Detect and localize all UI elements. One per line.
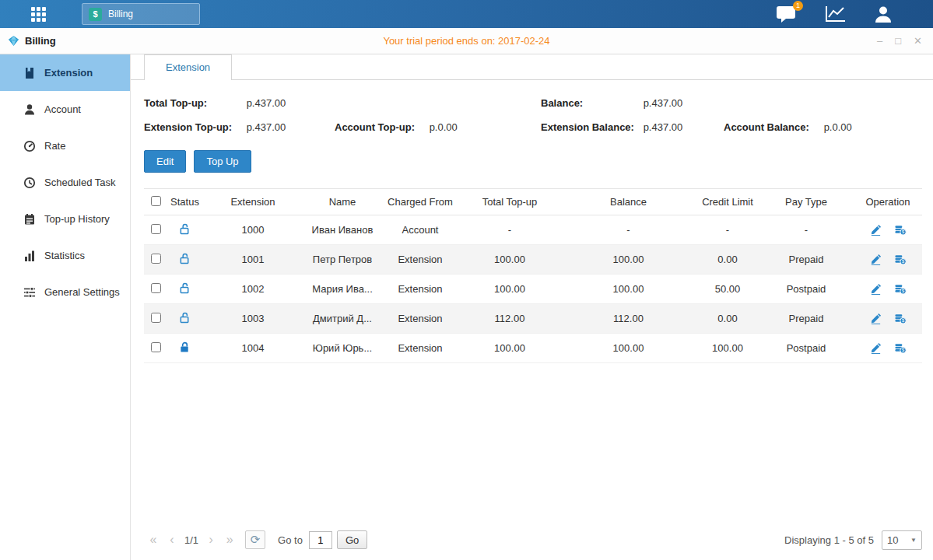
notifications-button[interactable]: 1 — [776, 5, 797, 23]
top-up-button[interactable]: Top Up — [194, 150, 251, 173]
summary-account-balance: Account Balance: p.0.00 — [724, 121, 922, 133]
user-icon — [874, 5, 893, 23]
col-extension: Extension — [202, 189, 303, 215]
taskbar-billing-button[interactable]: $ Billing — [82, 3, 200, 25]
topup-row-icon[interactable]: $ — [894, 283, 907, 295]
chevron-down-icon: ▼ — [910, 537, 917, 544]
minimize-icon[interactable]: – — [877, 36, 882, 46]
prev-page-icon[interactable]: ‹ — [163, 533, 181, 547]
sidebar-item-label: Rate — [44, 140, 65, 152]
billing-app-icon — [8, 35, 19, 47]
displaying-text: Displaying 1 - 5 of 5 — [784, 534, 874, 546]
refresh-icon[interactable]: ⟳ — [245, 530, 265, 549]
action-buttons: Edit Top Up — [144, 150, 922, 173]
rate-icon — [23, 140, 36, 152]
sidebar-item-topup-history[interactable]: Top-up History — [0, 201, 130, 237]
maximize-icon[interactable]: □ — [895, 36, 901, 46]
col-credit-limit: Credit Limit — [696, 189, 759, 215]
window-titlebar: Billing Your trial period ends on: 2017-… — [0, 28, 933, 54]
user-account-button[interactable] — [874, 5, 893, 23]
sidebar-item-general-settings[interactable]: General Settings — [0, 274, 130, 310]
window-title: Billing — [25, 35, 56, 47]
extension-icon — [23, 67, 36, 79]
topup-row-icon[interactable]: $ — [894, 254, 907, 265]
topup-row-icon[interactable]: $ — [894, 224, 907, 236]
goto-label: Go to — [278, 534, 303, 546]
table-row: 1001 Петр Петров Extension 100.00 100.00… — [144, 245, 922, 275]
topbar: $ Billing 1 — [0, 0, 933, 28]
unlocked-icon — [179, 253, 191, 264]
sidebar-item-scheduled-task[interactable]: Scheduled Task — [0, 164, 130, 201]
col-total-topup: Total Top-up — [459, 189, 560, 215]
col-balance: Balance — [560, 189, 696, 215]
table-header-row: Status Extension Name Charged From Total… — [144, 189, 922, 215]
bar-chart-icon — [23, 250, 36, 262]
sliders-icon — [23, 286, 36, 299]
goto-page-input[interactable] — [309, 531, 332, 549]
sidebar-item-extension[interactable]: Extension — [0, 54, 130, 91]
tabbar: Extension — [131, 54, 933, 80]
row-checkbox[interactable] — [151, 313, 161, 323]
summary-total-topup: Total Top-up: p.437.00 — [144, 97, 335, 109]
summary-account-topup: Account Top-up: p.0.00 — [335, 121, 541, 133]
topup-row-icon[interactable]: $ — [894, 313, 907, 324]
col-operation: Operation — [854, 189, 922, 215]
page-indicator: 1/1 — [184, 534, 198, 546]
row-checkbox[interactable] — [151, 224, 161, 234]
edit-row-icon[interactable] — [870, 283, 882, 295]
sidebar-item-label: Top-up History — [44, 213, 110, 225]
edit-row-icon[interactable] — [870, 254, 882, 265]
main-panel: Extension Total Top-up: p.437.00 Balance… — [131, 54, 933, 560]
page-size-select[interactable]: 10 ▼ — [882, 530, 922, 550]
edit-row-icon[interactable] — [870, 313, 882, 324]
summary: Total Top-up: p.437.00 Balance: p.437.00… — [144, 97, 922, 133]
unlocked-icon — [179, 223, 191, 235]
sidebar-item-label: Statistics — [44, 250, 85, 261]
select-all-checkbox[interactable] — [151, 196, 161, 206]
col-pay-type: Pay Type — [759, 189, 854, 215]
sidebar-item-statistics[interactable]: Statistics — [0, 237, 130, 274]
close-icon[interactable]: ✕ — [914, 36, 922, 46]
billing-dollar-icon: $ — [89, 8, 102, 21]
edit-row-icon[interactable] — [870, 342, 882, 354]
pagination-bar: « ‹ 1/1 › » ⟳ Go to Go Displaying 1 - 5 … — [144, 524, 922, 560]
row-checkbox[interactable] — [151, 342, 161, 352]
go-button[interactable]: Go — [337, 530, 367, 549]
row-checkbox[interactable] — [151, 283, 161, 293]
edit-row-icon[interactable] — [870, 224, 882, 236]
row-checkbox[interactable] — [151, 254, 161, 264]
table-row: 1000 Иван Иванов Account - - - - $ — [144, 215, 922, 245]
page-size-value: 10 — [887, 534, 898, 546]
last-page-icon[interactable]: » — [220, 533, 239, 547]
col-name: Name — [303, 189, 381, 215]
notification-badge: 1 — [793, 1, 803, 11]
table-row: 1002 Мария Ива... Extension 100.00 100.0… — [144, 275, 922, 304]
app-menu-icon[interactable] — [31, 7, 46, 22]
sidebar-item-label: Extension — [44, 67, 93, 79]
extension-table: Status Extension Name Charged From Total… — [144, 188, 922, 363]
sidebar-item-account[interactable]: Account — [0, 91, 130, 128]
summary-extension-topup: Extension Top-up: p.437.00 — [144, 121, 335, 133]
resource-monitor-button[interactable] — [825, 5, 846, 23]
taskbar-billing-label: Billing — [108, 9, 133, 19]
edit-button[interactable]: Edit — [144, 150, 186, 173]
col-status: Status — [167, 189, 202, 215]
unlocked-icon — [179, 312, 191, 324]
col-charged-from: Charged From — [381, 189, 459, 215]
account-icon — [23, 103, 36, 116]
sidebar-item-label: General Settings — [44, 286, 120, 298]
summary-balance: Balance: p.437.00 — [541, 97, 724, 109]
unlocked-icon — [179, 282, 191, 294]
topup-row-icon[interactable]: $ — [894, 342, 907, 354]
table-row: 1003 Дмитрий Д... Extension 112.00 112.0… — [144, 304, 922, 334]
trial-notice: Your trial period ends on: 2017-02-24 — [383, 35, 549, 47]
tab-extension[interactable]: Extension — [144, 54, 232, 80]
first-page-icon[interactable]: « — [144, 533, 163, 547]
line-chart-icon — [825, 5, 846, 23]
locked-icon — [179, 341, 191, 353]
clock-icon — [23, 177, 36, 189]
next-page-icon[interactable]: › — [202, 533, 220, 547]
summary-extension-balance: Extension Balance: p.437.00 — [541, 121, 724, 133]
sidebar-item-rate[interactable]: Rate — [0, 128, 130, 164]
sidebar-item-label: Account — [44, 103, 81, 115]
